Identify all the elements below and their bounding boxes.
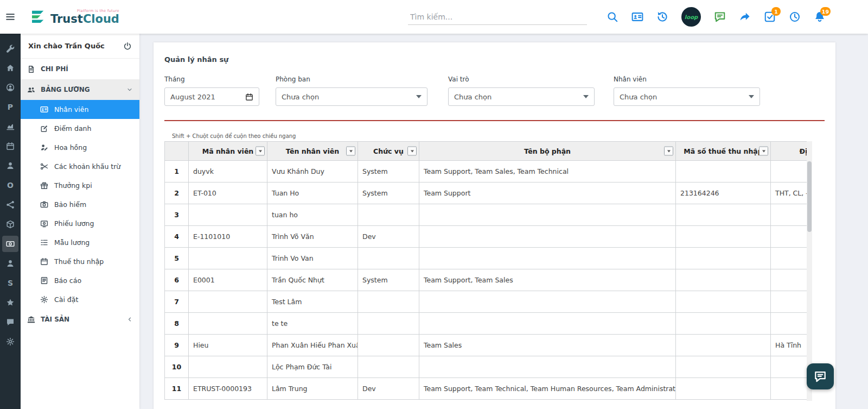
rail-money-icon[interactable]	[2, 236, 18, 252]
chevron-left-icon	[126, 316, 133, 323]
sidebar-item-label: Các khoản khấu trừ	[54, 162, 120, 171]
sidebar-subitem-9[interactable]: Báo cáo	[21, 271, 139, 290]
sidebar-subitem-5[interactable]: Bảo hiểm	[21, 195, 139, 214]
table-scrollbar[interactable]	[807, 141, 812, 401]
rail-star-icon[interactable]	[2, 294, 18, 311]
table-row[interactable]: 1duyvkVưu Khánh DuySystemTeam Support, T…	[165, 161, 813, 183]
sidebar-subitem-0[interactable]: Nhân viên	[21, 100, 139, 119]
table-row[interactable]: 11ETRUST-0000193Lâm TrungDevTeam Support…	[165, 378, 813, 400]
column-header	[165, 142, 189, 161]
rail-letter-o-icon[interactable]: O	[2, 177, 18, 193]
employee-select[interactable]: Chưa chọn	[614, 87, 760, 106]
sidebar-item-assets[interactable]: TÀI SẢN	[21, 309, 139, 330]
table-cell	[676, 161, 771, 183]
rail-letter-p-icon[interactable]: P	[2, 99, 18, 115]
loop-logo[interactable]: loop	[681, 7, 701, 27]
table-cell: Trần Quốc Nhựt	[267, 269, 358, 291]
sidebar-subitem-1[interactable]: Điểm danh	[21, 119, 139, 138]
power-icon[interactable]	[123, 42, 132, 51]
sidebar-subitem-7[interactable]: Mẫu lương	[21, 233, 139, 252]
table-cell: 213164246	[676, 183, 771, 204]
search-icon	[607, 11, 618, 23]
sidebar-subitem-8[interactable]: Thuế thu nhập	[21, 252, 139, 271]
table-cell: tuan ho	[267, 204, 358, 226]
tasks-badge: 1	[771, 7, 781, 16]
rail-user-circle-icon[interactable]	[2, 79, 18, 96]
table-cell	[771, 204, 813, 226]
column-header: Mã nhân viên	[189, 142, 267, 161]
rail-gear-icon[interactable]	[2, 334, 18, 350]
chat-button[interactable]	[807, 363, 834, 389]
sidebar-subitem-2[interactable]: Hoa hồng	[21, 138, 139, 157]
scroll-hint: Shift + Chuột cuộn để cuộn theo chiều ng…	[172, 133, 825, 139]
table-row[interactable]: 3tuan ho	[165, 204, 813, 226]
table-cell	[771, 313, 813, 335]
table-body: 1duyvkVưu Khánh DuySystemTeam Support, T…	[165, 161, 813, 400]
salary-submenu: Nhân viênĐiểm danhHoa hồngCác khoản khấu…	[21, 100, 139, 309]
search-button[interactable]	[607, 11, 618, 23]
sidebar-subitem-3[interactable]: Các khoản khấu trừ	[21, 157, 139, 176]
sidebar-item-salary[interactable]: BẢNG LƯƠNG	[21, 79, 139, 100]
role-select[interactable]: Chưa chọn	[448, 87, 595, 106]
table-row[interactable]: 5Trinh Vo Van	[165, 248, 813, 269]
table-row[interactable]: 10Lộc Phạm Đức Tài	[165, 356, 813, 378]
rail-cube-icon[interactable]	[2, 216, 18, 232]
table-row[interactable]: 9HieuPhan Xuân Hiếu Phan XuânTeam SalesH…	[165, 335, 813, 356]
rail-chat-icon[interactable]	[2, 314, 18, 330]
logo-icon	[29, 9, 46, 25]
column-filter-button[interactable]	[759, 147, 768, 156]
rail-nodes-icon[interactable]	[2, 197, 18, 213]
month-select[interactable]: August 2021	[164, 87, 259, 106]
help-button[interactable]	[789, 11, 801, 23]
table-cell	[676, 269, 771, 291]
table-row[interactable]: 6E0001Trần Quốc NhựtSystemTeam Support, …	[165, 269, 813, 291]
table-cell	[358, 313, 419, 335]
rail-chart-icon[interactable]	[2, 118, 18, 135]
column-filter-button[interactable]	[256, 147, 265, 156]
table-cell: Test Lâm	[267, 291, 358, 313]
table-cell	[676, 291, 771, 313]
menu-icon[interactable]	[0, 11, 21, 22]
table-cell	[189, 356, 267, 378]
table-cell: Team Support, Team Technical, Team Human…	[419, 378, 676, 400]
table-row[interactable]: 8te te	[165, 313, 813, 335]
scrollbar-thumb[interactable]	[807, 161, 812, 232]
sidebar-subitem-6[interactable]: Phiếu lương	[21, 214, 139, 233]
table-cell	[358, 335, 419, 356]
chevron-down-icon	[749, 95, 754, 98]
app-logo[interactable]: Platform is the future TrustCloud	[29, 9, 119, 25]
chevron-down-icon	[416, 95, 422, 98]
search-input[interactable]	[408, 9, 587, 25]
sidebar-subitem-4[interactable]: Thưởng kpi	[21, 176, 139, 195]
table-cell: duyvk	[189, 161, 267, 183]
loop-logo-text: loop	[685, 14, 698, 20]
history-button[interactable]	[656, 11, 668, 23]
rail-wrench-icon[interactable]	[2, 40, 18, 56]
rail-home-icon[interactable]	[2, 60, 18, 76]
department-select[interactable]: Chưa chọn	[276, 87, 427, 106]
share-button[interactable]	[739, 11, 751, 23]
column-filter-button[interactable]	[407, 147, 417, 156]
tasks-button[interactable]: 1	[764, 11, 776, 23]
column-filter-button[interactable]	[346, 147, 355, 156]
table-cell: Lộc Phạm Đức Tài	[267, 356, 358, 378]
feedback-button[interactable]	[714, 11, 726, 23]
notifications-button[interactable]: 19	[814, 11, 826, 23]
sidebar-item-expense[interactable]: CHI PHÍ	[21, 59, 139, 79]
rail-user-icon[interactable]	[2, 158, 18, 174]
row-number: 10	[165, 356, 189, 378]
employee-table: Mã nhân viênTên nhân viênChức vụTên bộ p…	[164, 141, 812, 400]
column-filter-button[interactable]	[664, 147, 673, 156]
rail-letter-s-icon[interactable]: S	[2, 275, 18, 291]
table-row[interactable]: 4E-1101010Trình Võ VănDev	[165, 226, 813, 248]
brand-name-2: Cloud	[83, 12, 119, 26]
table-row[interactable]: 7Test Lâm	[165, 291, 813, 313]
table-cell	[419, 204, 676, 226]
contacts-button[interactable]	[631, 11, 643, 23]
table-row[interactable]: 2ET-010Tuan HoSystemTeam Support21316424…	[165, 183, 813, 204]
rail-calendar-icon[interactable]	[2, 138, 18, 154]
sidebar-item-label: Thuế thu nhập	[54, 257, 104, 266]
gift-icon	[40, 181, 48, 190]
rail-user-icon[interactable]	[2, 255, 18, 272]
sidebar-subitem-10[interactable]: Cài đặt	[21, 290, 139, 309]
